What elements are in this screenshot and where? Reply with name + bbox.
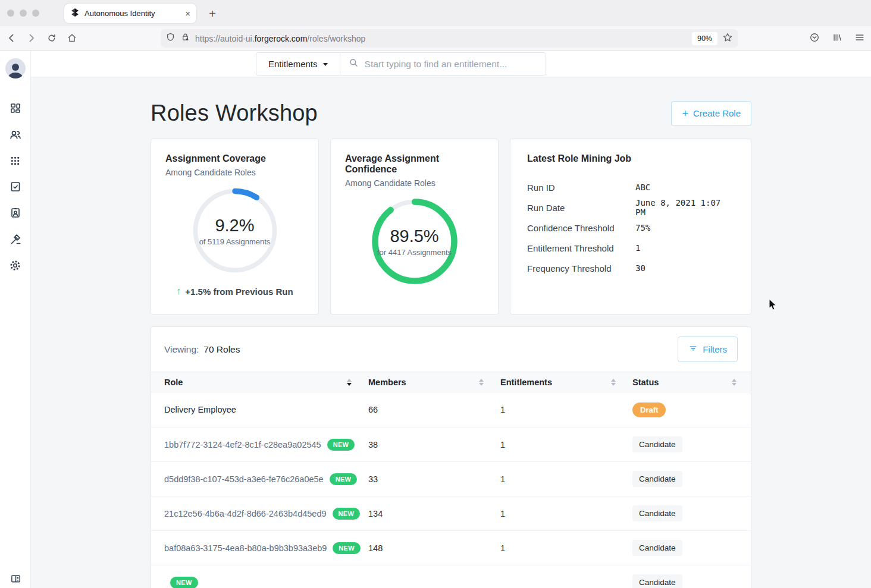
id-badge-icon: [10, 207, 21, 219]
new-badge: NEW: [327, 439, 355, 451]
table-row[interactable]: d5dd9f38-c107-453d-a3e6-fe76c26a0e5e NEW…: [151, 461, 751, 496]
new-tab-button[interactable]: +: [205, 6, 220, 21]
zoom-level-chip[interactable]: 90%: [692, 32, 718, 45]
table-row[interactable]: 21c12e56-4b6a-4d2f-8d66-2463b4d45ed9 NEW…: [151, 496, 751, 530]
mining-detail-label: Entitlement Threshold: [527, 243, 635, 253]
column-header-status[interactable]: Status: [632, 378, 738, 387]
apps-grid-icon: [10, 155, 21, 166]
browser-tabstrip: Autonomous Identity × +: [0, 0, 871, 26]
table-row[interactable]: NEW Candidate: [151, 565, 751, 588]
card-title: Assignment Coverage: [165, 153, 304, 164]
entitlements-cell: 1: [500, 440, 632, 449]
users-icon: [9, 128, 21, 141]
forward-button[interactable]: [23, 29, 40, 47]
page-body: Roles Workshop + Create Role Assignment …: [31, 77, 871, 588]
entitlements-cell: 1: [500, 405, 632, 414]
entitlements-cell: 1: [500, 474, 632, 484]
home-icon[interactable]: [63, 29, 81, 47]
sort-icon: [479, 379, 484, 386]
sidebar-item-settings[interactable]: [0, 252, 30, 278]
viewing-count: Viewing:70 Roles: [164, 344, 240, 355]
table-row[interactable]: baf08a63-3175-4ea8-b80a-b9b3b93a3eb9 NEW…: [151, 530, 751, 565]
entitlements-cell: 1: [500, 543, 632, 553]
close-icon[interactable]: ×: [185, 9, 190, 18]
viewing-value: 70 Roles: [203, 344, 240, 354]
mining-detail-row: Run ID ABC: [527, 177, 734, 197]
url-bar[interactable]: https://autoid-ui.forgerock.com/roles/wo…: [161, 29, 738, 48]
dashboard-grid-icon: [10, 102, 21, 114]
mining-detail-label: Run ID: [527, 183, 635, 193]
card-subtitle: Among Candidate Roles: [165, 168, 304, 177]
role-name[interactable]: 1bb7f772-3124-4ef2-8c1f-c28ea9a02545: [164, 440, 321, 449]
sidebar-item-dashboard[interactable]: [0, 95, 30, 121]
sort-icon: [732, 379, 737, 386]
column-header-role[interactable]: Role: [164, 378, 368, 387]
entitlements-cell: 1: [500, 509, 632, 518]
browser-tab[interactable]: Autonomous Identity ×: [64, 4, 196, 23]
new-badge: NEW: [330, 473, 358, 485]
sidebar-item-tasks[interactable]: [0, 174, 30, 200]
column-header-members[interactable]: Members: [368, 378, 500, 387]
role-name[interactable]: baf08a63-3175-4ea8-b80a-b9b3b93a3eb9: [164, 543, 327, 553]
mining-detail-row: Frequency Threshold 30: [527, 258, 734, 278]
plus-icon: +: [682, 108, 688, 119]
mining-detail-label: Confidence Threshold: [527, 223, 635, 233]
sidebar-item-applications[interactable]: [0, 147, 30, 174]
column-header-entitlements[interactable]: Entitlements: [500, 378, 632, 387]
search-icon: [349, 58, 359, 70]
table-row[interactable]: 1bb7f772-3124-4ef2-8c1f-c28ea9a02545 NEW…: [151, 427, 751, 461]
sidebar-item-rules[interactable]: [0, 226, 30, 252]
scope-dropdown[interactable]: Entitlements: [256, 53, 340, 75]
members-cell: 33: [368, 474, 500, 484]
mining-detail-label: Run Date: [527, 203, 635, 213]
role-mining-job-card: Latest Role Mining Job Run ID ABC Run Da…: [510, 139, 751, 315]
status-badge: Candidate: [632, 436, 682, 452]
status-badge: Candidate: [632, 505, 682, 521]
role-name[interactable]: d5dd9f38-c107-453d-a3e6-fe76c26a0e5e: [164, 474, 324, 484]
create-role-button[interactable]: + Create Role: [671, 101, 751, 126]
window-controls: [7, 10, 39, 17]
avatar[interactable]: [5, 58, 26, 78]
confidence-caption: for 4417 Assignments: [377, 248, 452, 257]
pocket-icon[interactable]: [809, 32, 820, 45]
app-sidebar: [0, 51, 31, 588]
members-cell: 148: [368, 543, 500, 553]
entitlement-search[interactable]: [340, 53, 546, 75]
delta-text: +1.5% from Previous Run: [185, 287, 293, 297]
lock-icon[interactable]: [180, 32, 190, 45]
window-zoom-button[interactable]: [32, 10, 39, 17]
window-minimize-button[interactable]: [20, 10, 27, 17]
confidence-percent: 89.5%: [390, 227, 438, 246]
coverage-percent: 9.2%: [215, 216, 254, 235]
back-button[interactable]: [2, 29, 20, 47]
members-cell: 38: [368, 440, 500, 449]
sidebar-item-users[interactable]: [0, 121, 30, 147]
bookmark-star-icon[interactable]: [722, 32, 733, 45]
tracking-shield-icon[interactable]: [165, 32, 176, 45]
filters-button[interactable]: Filters: [678, 337, 738, 362]
reload-icon[interactable]: [43, 29, 61, 47]
create-role-label: Create Role: [693, 108, 741, 118]
status-badge: Candidate: [632, 540, 682, 556]
new-badge: NEW: [333, 508, 361, 520]
mining-detail-value: ABC: [635, 183, 650, 192]
members-cell: 66: [368, 405, 500, 414]
sort-icon: [347, 379, 352, 386]
sidebar-collapse-button[interactable]: [0, 573, 31, 584]
url-text: https://autoid-ui.forgerock.com/roles/wo…: [195, 34, 687, 43]
window-close-button[interactable]: [7, 10, 14, 17]
library-icon[interactable]: [832, 32, 842, 45]
role-name[interactable]: 21c12e56-4b6a-4d2f-8d66-2463b4d45ed9: [164, 509, 327, 518]
assignment-confidence-card: Average Assignment Confidence Among Cand…: [330, 139, 499, 315]
viewing-label: Viewing:: [164, 344, 199, 354]
menu-icon[interactable]: [854, 32, 865, 45]
roles-table-card: Viewing:70 Roles Filters Role: [151, 326, 751, 588]
search-input[interactable]: [365, 59, 537, 70]
role-name[interactable]: Delivery Employee: [164, 405, 236, 414]
page-title: Roles Workshop: [151, 100, 318, 126]
coverage-caption: of 5119 Assignments: [199, 237, 271, 246]
sidebar-item-identities[interactable]: [0, 200, 30, 226]
status-badge: Candidate: [632, 574, 682, 588]
mining-job-details: Run ID ABC Run Date June 8, 2021 1:07 PM…: [527, 177, 734, 278]
table-row[interactable]: Delivery Employee 66 1 Draft: [151, 392, 751, 427]
